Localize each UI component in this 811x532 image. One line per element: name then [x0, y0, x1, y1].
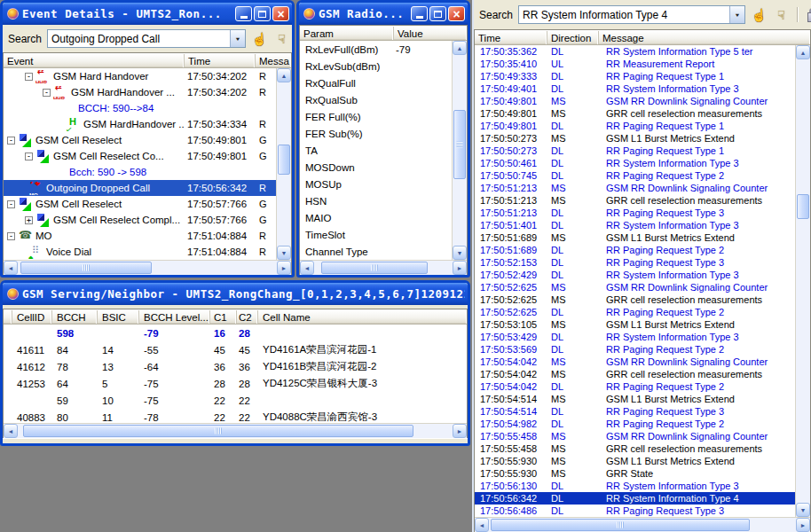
event-tree-row[interactable]: -GSM Hard Handover17:50:34:202R	[4, 68, 276, 84]
table-row[interactable]: 41253645-752828YD4125C荣昌银科大厦-3	[4, 375, 467, 392]
param-row[interactable]: RxQualFull	[300, 74, 452, 91]
event-tree-row[interactable]: Outgoing Dropped Call17:50:56:342R	[4, 180, 276, 196]
message-row[interactable]: 17:50:54:982DLRR Paging Request Type 2	[475, 418, 795, 430]
scrollbar-thumb[interactable]	[23, 425, 413, 437]
param-row[interactable]: RxLevFull(dBm)-79	[300, 41, 452, 58]
tree-expander[interactable]: -	[7, 200, 15, 208]
column-header-time[interactable]: Time	[185, 54, 256, 67]
hand-up-icon[interactable]	[251, 31, 268, 47]
column-header-cellid[interactable]: CellID	[12, 310, 52, 324]
message-horizontal-scrollbar[interactable]	[475, 517, 810, 532]
message-row[interactable]: 17:50:49:801DLRR Paging Request Type 1	[475, 120, 795, 132]
tree-expander[interactable]: -	[7, 232, 15, 240]
message-row[interactable]: 17:50:56:486DLRR Paging Request Type 3	[475, 505, 795, 517]
message-row[interactable]: 17:50:54:042MSGRR cell reselection measu…	[475, 368, 795, 380]
event-vertical-scrollbar[interactable]	[276, 68, 291, 260]
param-row[interactable]: Channel Type	[300, 243, 452, 260]
column-header-value[interactable]: Value	[394, 27, 467, 40]
message-row[interactable]: 17:50:54:042MSGSM RR Downlink Signaling …	[475, 356, 795, 368]
column-header-bcch[interactable]: BCCH	[52, 310, 98, 324]
message-row[interactable]: 17:50:55:458MSGSM RR Downlink Signaling …	[475, 430, 795, 442]
close-icon[interactable]	[448, 6, 465, 21]
message-row[interactable]: 17:50:55:458MSGRR cell reselection measu…	[475, 442, 795, 455]
scrollbar-thumb[interactable]	[797, 194, 809, 219]
message-row[interactable]: 17:50:35:362DLRR System Information Type…	[475, 45, 795, 58]
hand-down-icon[interactable]	[773, 7, 790, 23]
message-row[interactable]: 17:50:49:333DLRR Paging Request Type 1	[475, 70, 795, 82]
serving-neighbor-titlebar[interactable]: GSM Serving/Neighbor - UMTS2_RongChang_[…	[3, 283, 468, 305]
column-header-message[interactable]: Message	[599, 31, 810, 44]
message-row[interactable]: 17:50:50:273DLRR Paging Request Type 1	[475, 145, 795, 157]
event-tree-row[interactable]: Bcch: 590 -> 598	[4, 164, 276, 180]
close-icon[interactable]	[272, 6, 289, 21]
scrollbar-thumb[interactable]	[20, 262, 152, 274]
column-header-time[interactable]: Time	[475, 31, 547, 44]
scroll-right-icon[interactable]	[796, 518, 810, 532]
message-row[interactable]: 17:50:49:801MSGRR cell reselection measu…	[475, 107, 795, 120]
hand-up-icon[interactable]	[751, 7, 768, 23]
message-row[interactable]: 17:50:51:689MSGSM L1 Burst Metrics Exten…	[475, 231, 795, 244]
column-header-blank[interactable]	[4, 310, 12, 324]
message-row[interactable]: 17:50:51:689DLRR Paging Request Type 2	[475, 244, 795, 256]
scrollbar-thumb[interactable]	[453, 110, 466, 179]
event-tree-row[interactable]: -GSM Cell Reselect Co...17:50:49:801G	[4, 148, 276, 164]
column-header-direction[interactable]: Direction	[547, 31, 599, 44]
column-header-param[interactable]: Param	[300, 27, 394, 40]
scroll-up-icon[interactable]	[453, 41, 467, 55]
scrollbar-thumb[interactable]	[491, 519, 750, 531]
column-header-cell-name[interactable]: Cell Name	[258, 310, 467, 324]
event-tree-row[interactable]: -GSM Cell Reselect17:50:49:801G	[4, 132, 276, 148]
scroll-down-icon[interactable]	[277, 246, 291, 260]
message-row[interactable]: 17:50:54:514MSGSM L1 Burst Metrics Exten…	[475, 393, 795, 405]
table-row[interactable]: 416118414-554545YD4161A荣昌滨河花园-1	[4, 341, 467, 358]
scroll-down-icon[interactable]	[453, 246, 467, 260]
event-tree-row[interactable]: -GSM HardHandover ...17:50:34:202R	[4, 84, 276, 100]
gsm-radio-titlebar[interactable]: GSM Radio...	[299, 3, 468, 25]
message-row[interactable]: 17:50:52:153DLRR Paging Request Type 3	[475, 256, 795, 269]
event-search-combobox[interactable]: Outgoing Dropped Call	[47, 29, 246, 48]
scrollbar-thumb[interactable]	[278, 145, 290, 175]
table-row[interactable]: 408838011-782222YD4088C荣昌渝西宾馆-3	[4, 409, 467, 423]
scroll-right-icon[interactable]	[453, 261, 467, 275]
message-row[interactable]: 17:50:56:130DLRR System Information Type…	[475, 480, 795, 492]
message-row[interactable]: 17:50:53:429DLRR System Information Type…	[475, 331, 795, 343]
param-row[interactable]: MAIO	[300, 209, 452, 226]
serving-horizontal-scrollbar[interactable]	[4, 423, 467, 438]
message-row[interactable]: 17:50:50:273MSGSM L1 Burst Metrics Exten…	[475, 132, 795, 145]
column-header-c1[interactable]: C1	[210, 310, 237, 324]
scroll-left-icon[interactable]	[4, 261, 18, 275]
message-row[interactable]: 17:50:51:213DLRR Paging Request Type 3	[475, 207, 795, 219]
scroll-left-icon[interactable]	[300, 261, 314, 275]
column-header-event[interactable]: Event	[4, 54, 185, 67]
param-row[interactable]: TimeSlot	[300, 226, 452, 243]
column-header-c2[interactable]: C2	[237, 310, 258, 324]
scroll-left-icon[interactable]	[4, 424, 18, 438]
chevron-down-icon[interactable]	[729, 6, 744, 23]
message-search-combobox[interactable]: RR System Information Type 4	[518, 5, 745, 24]
param-row[interactable]: TA	[300, 142, 452, 159]
radio-vertical-scrollbar[interactable]	[452, 41, 467, 260]
message-row[interactable]: 17:50:35:410ULRR Measurement Report	[475, 58, 795, 70]
message-row[interactable]: 17:50:55:930MSGSM L1 Burst Metrics Exten…	[475, 455, 795, 467]
tree-expander[interactable]: -	[25, 73, 33, 81]
param-row[interactable]: HSN	[300, 192, 452, 209]
message-row[interactable]: 17:50:51:213MSGRR cell reselection measu…	[475, 194, 795, 207]
serving-row[interactable]: 598 -79 16 28	[4, 325, 467, 341]
param-row[interactable]: FER Full(%)	[300, 108, 452, 125]
scroll-up-icon[interactable]	[277, 68, 291, 82]
message-row[interactable]: 17:50:52:625DLRR Paging Request Type 2	[475, 306, 795, 318]
event-tree-row[interactable]: -MO17:51:04:884R	[4, 228, 276, 244]
lock-download-icon[interactable]	[805, 7, 811, 23]
message-row[interactable]: 17:50:53:569DLRR Paging Request Type 2	[475, 343, 795, 356]
param-row[interactable]: MOSUp	[300, 176, 452, 192]
event-details-titlebar[interactable]: Event Details - UMTS2_Ron...	[3, 3, 292, 25]
message-row[interactable]: 17:50:56:342DLRR System Information Type…	[475, 492, 795, 505]
tree-expander[interactable]: +	[25, 216, 33, 224]
message-vertical-scrollbar[interactable]	[795, 45, 810, 517]
message-row[interactable]: 17:50:52:625MSGSM RR Downlink Signaling …	[475, 281, 795, 293]
param-row[interactable]: FER Sub(%)	[300, 125, 452, 142]
tree-expander[interactable]: -	[7, 137, 15, 145]
event-horizontal-scrollbar[interactable]	[4, 260, 291, 275]
hand-down-icon[interactable]	[273, 31, 290, 47]
param-row[interactable]: RxQualSub	[300, 91, 452, 108]
